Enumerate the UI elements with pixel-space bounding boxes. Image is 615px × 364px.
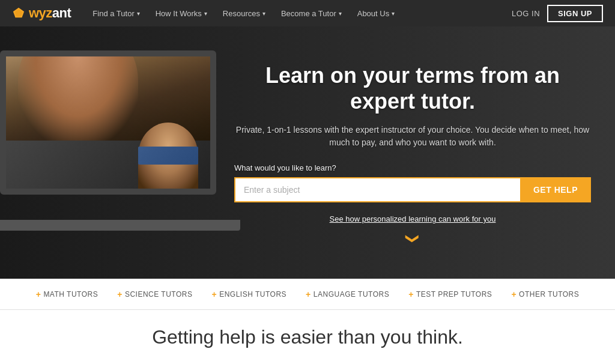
tutor-link-math[interactable]: + MATH TUTORS [36, 290, 98, 299]
nav-links: Find a Tutor ▾ How It Works ▾ Resources … [85, 0, 512, 26]
nav-about-us[interactable]: About Us ▾ [350, 0, 402, 26]
tutor-link-testprep[interactable]: + TEST PREP TUTORS [408, 290, 492, 299]
get-help-button[interactable]: GET HELP [520, 177, 591, 202]
logo-text: wyzant [29, 5, 71, 21]
bottom-section: Getting help is easier than you think. [0, 310, 615, 364]
hero-laptop-graphic [0, 44, 240, 249]
logo[interactable]: wyzant [12, 5, 71, 21]
login-button[interactable]: LOG IN [512, 9, 540, 18]
plus-icon-testprep: + [408, 290, 414, 299]
tutor-link-english[interactable]: + ENGLISH TUTORS [211, 290, 286, 299]
plus-icon-language: + [306, 290, 311, 299]
hero-section: Learn on your terms from an expert tutor… [0, 26, 615, 279]
tutor-link-other-label: OTHER TUTORS [519, 290, 579, 299]
tutor-category-bar: + MATH TUTORS + SCIENCE TUTORS + ENGLISH… [0, 279, 615, 310]
nav-how-it-works[interactable]: How It Works ▾ [148, 0, 214, 26]
logo-icon [12, 7, 25, 20]
tutor-link-other[interactable]: + OTHER TUTORS [511, 290, 579, 299]
tutor-link-science[interactable]: + SCIENCE TUTORS [117, 290, 192, 299]
laptop-screen [0, 50, 216, 195]
tutor-link-math-label: MATH TUTORS [43, 290, 98, 299]
tutor-face-bottom [6, 141, 210, 189]
navbar: wyzant Find a Tutor ▾ How It Works ▾ Res… [0, 0, 615, 26]
hero-content: Learn on your terms from an expert tutor… [234, 62, 591, 246]
nav-auth: LOG IN SIGN UP [512, 5, 603, 22]
laptop-base [0, 220, 240, 231]
tutor-link-english-label: ENGLISH TUTORS [219, 290, 286, 299]
plus-icon-science: + [117, 290, 123, 299]
plus-icon-other: + [511, 290, 517, 299]
signup-button[interactable]: SIGN UP [547, 5, 603, 22]
plus-icon-english: + [211, 290, 217, 299]
scroll-down-chevron[interactable]: ❯ [405, 60, 420, 279]
tutor-link-testprep-label: TEST PREP TUTORS [416, 290, 492, 299]
subject-input[interactable] [234, 177, 520, 202]
bottom-headline: Getting help is easier than you think. [152, 326, 463, 348]
tutor-link-language-label: LANGUAGE TUTORS [314, 290, 389, 299]
tutor-link-language[interactable]: + LANGUAGE TUTORS [306, 290, 389, 299]
nav-find-tutor[interactable]: Find a Tutor ▾ [85, 0, 147, 26]
plus-icon-math: + [36, 290, 41, 299]
nav-become-tutor[interactable]: Become a Tutor ▾ [274, 0, 349, 26]
nav-resources[interactable]: Resources ▾ [216, 0, 273, 26]
tutor-link-science-label: SCIENCE TUTORS [125, 290, 193, 299]
